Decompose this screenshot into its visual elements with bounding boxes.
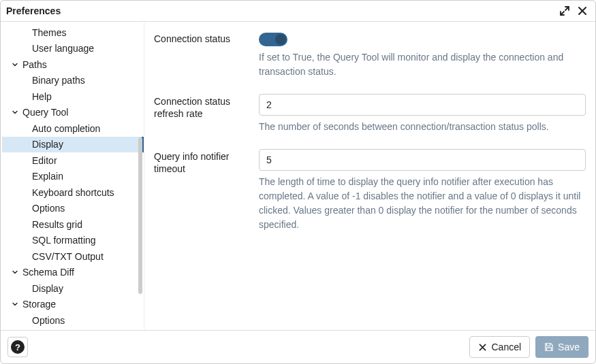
sidebar-category[interactable]: Paths [2, 56, 144, 73]
sidebar-item-label: Options [32, 315, 65, 326]
preferences-window: Preferences ThemesUser languagePathsBina… [0, 0, 596, 364]
sidebar-item[interactable]: Auto completion [2, 120, 144, 137]
titlebar: Preferences [1, 1, 595, 22]
setting-connection-status: Connection status If set to True, the Qu… [154, 31, 586, 88]
sidebar-item-label: Paths [22, 59, 47, 70]
cancel-label: Cancel [491, 342, 521, 352]
connection-status-toggle[interactable] [259, 33, 287, 46]
sidebar: ThemesUser languagePathsBinary pathsHelp… [1, 22, 144, 330]
close-icon[interactable] [576, 5, 589, 17]
footer-actions: Cancel Save [469, 336, 589, 358]
setting-label: Connection status [154, 31, 259, 88]
setting-notifier-timeout: Query info notifier timeout The length o… [154, 149, 586, 242]
sidebar-item-label: Display [32, 283, 63, 294]
sidebar-item[interactable]: Display [2, 137, 144, 153]
sidebar-item-label: Results grid [32, 219, 82, 230]
sidebar-item[interactable]: Options [2, 201, 144, 217]
sidebar-item-label: Keyboard shortcuts [32, 187, 114, 198]
sidebar-item[interactable]: Themes [2, 24, 144, 41]
help-icon: ? [11, 340, 25, 354]
help-button[interactable]: ? [7, 337, 28, 357]
sidebar-item[interactable]: Binary paths [2, 73, 144, 89]
sidebar-scrollbar[interactable] [138, 137, 142, 294]
sidebar-item[interactable]: Results grid [2, 216, 144, 233]
setting-description: The length of time to display the query … [259, 175, 586, 232]
body: ThemesUser languagePathsBinary pathsHelp… [1, 22, 595, 330]
sidebar-item[interactable]: User language [2, 41, 144, 57]
sidebar-item-label: Binary paths [32, 75, 85, 86]
footer: ? Cancel Save [1, 330, 595, 363]
setting-label: Connection status refresh rate [154, 94, 259, 144]
sidebar-item-label: User language [32, 43, 94, 54]
sidebar-item-label: Help [32, 91, 52, 102]
setting-body: If set to True, the Query Tool will moni… [259, 31, 586, 88]
sidebar-category[interactable]: Storage [2, 297, 144, 313]
setting-label: Query info notifier timeout [154, 149, 259, 242]
sidebar-item-label: Display [32, 139, 63, 150]
save-label: Save [558, 342, 580, 352]
notifier-timeout-input[interactable] [259, 149, 586, 171]
sidebar-item-label: CSV/TXT Output [32, 251, 104, 262]
sidebar-item[interactable]: Options [2, 312, 144, 329]
sidebar-item-label: Auto completion [32, 123, 100, 134]
sidebar-item[interactable]: Explain [2, 169, 144, 185]
cancel-button[interactable]: Cancel [469, 336, 530, 358]
setting-body: The number of seconds between connection… [259, 94, 586, 144]
chevron-down-icon [10, 300, 20, 308]
setting-refresh-rate: Connection status refresh rate The numbe… [154, 94, 586, 144]
setting-description: The number of seconds between connection… [259, 120, 586, 134]
sidebar-item-label: Explain [32, 171, 63, 182]
chevron-down-icon [10, 61, 20, 69]
save-button[interactable]: Save [535, 336, 589, 358]
sidebar-category[interactable]: Schema Diff [2, 265, 144, 281]
chevron-down-icon [10, 268, 20, 276]
sidebar-item-label: Query Tool [22, 107, 68, 118]
sidebar-item[interactable]: Editor [2, 152, 144, 169]
sidebar-item[interactable]: Keyboard shortcuts [2, 184, 144, 201]
setting-body: The length of time to display the query … [259, 149, 586, 242]
close-icon [478, 343, 487, 352]
sidebar-item-label: Editor [32, 155, 57, 166]
sidebar-item[interactable]: Help [2, 88, 144, 105]
sidebar-category[interactable]: Query Tool [2, 105, 144, 121]
refresh-rate-input[interactable] [259, 94, 586, 116]
sidebar-item-label: Schema Diff [22, 267, 74, 278]
save-icon [544, 342, 554, 352]
setting-description: If set to True, the Query Tool will moni… [259, 50, 586, 79]
sidebar-item-label: SQL formatting [32, 235, 96, 246]
sidebar-item-label: Storage [22, 299, 56, 310]
chevron-down-icon [10, 108, 20, 116]
sidebar-item[interactable]: SQL formatting [2, 233, 144, 249]
sidebar-item[interactable]: CSV/TXT Output [2, 248, 144, 265]
sidebar-item-label: Themes [32, 27, 67, 38]
content-panel: Connection status If set to True, the Qu… [144, 22, 595, 330]
expand-icon[interactable] [559, 5, 571, 17]
sidebar-item-label: Options [32, 203, 65, 214]
titlebar-controls [559, 5, 589, 17]
window-title: Preferences [6, 5, 61, 16]
sidebar-item[interactable]: Display [2, 280, 144, 297]
